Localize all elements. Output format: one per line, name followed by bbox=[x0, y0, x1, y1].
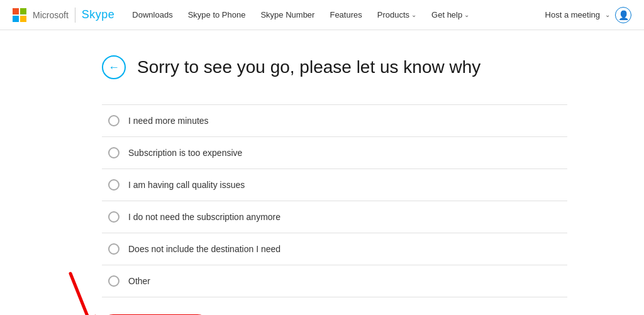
navbar: Microsoft Skype Downloads Skype to Phone… bbox=[0, 0, 644, 30]
nav-divider bbox=[75, 8, 75, 23]
main-content: ← Sorry to see you go, please let us kno… bbox=[52, 30, 592, 315]
nav-skype-number-label: Skype Number bbox=[260, 10, 314, 19]
user-account-icon[interactable]: 👤 bbox=[615, 7, 631, 23]
logo-blue bbox=[13, 16, 19, 22]
nav-right: Host a meeting ⌄ 👤 bbox=[545, 7, 631, 23]
nav-products-label: Products bbox=[377, 10, 409, 19]
radio-opt1[interactable] bbox=[108, 115, 119, 126]
option-label-opt2: Subscription is too expensive bbox=[128, 148, 242, 158]
nav-links: Downloads Skype to Phone Skype Number Fe… bbox=[126, 8, 533, 22]
nav-downloads-label: Downloads bbox=[132, 10, 172, 19]
cancellation-reasons-list: I need more minutes Subscription is too … bbox=[102, 104, 567, 297]
host-meeting-link[interactable]: Host a meeting bbox=[545, 10, 600, 19]
brand-logo-group: Microsoft Skype bbox=[13, 8, 114, 23]
host-meeting-chevron-icon[interactable]: ⌄ bbox=[605, 11, 610, 18]
skype-brand-name: Skype bbox=[82, 8, 115, 21]
option-label-opt4: I do not need the subscription anymore bbox=[128, 212, 280, 222]
option-label-opt6: Other bbox=[128, 276, 150, 286]
nav-skype-to-phone-label: Skype to Phone bbox=[188, 10, 246, 19]
list-item[interactable]: I am having call quality issues bbox=[102, 169, 567, 201]
get-help-chevron-icon: ⌄ bbox=[464, 11, 469, 18]
nav-get-help-label: Get help bbox=[431, 10, 462, 19]
logo-yellow bbox=[20, 16, 26, 22]
nav-skype-to-phone[interactable]: Skype to Phone bbox=[182, 8, 252, 22]
nav-downloads[interactable]: Downloads bbox=[126, 8, 179, 22]
option-label-opt3: I am having call quality issues bbox=[128, 180, 245, 190]
nav-products[interactable]: Products ⌄ bbox=[371, 8, 423, 22]
microsoft-text: Microsoft bbox=[33, 10, 69, 20]
products-chevron-icon: ⌄ bbox=[411, 11, 416, 18]
list-item[interactable]: Subscription is too expensive bbox=[102, 137, 567, 169]
option-label-opt5: Does not include the destination I need bbox=[128, 244, 280, 254]
svg-line-0 bbox=[70, 274, 89, 315]
nav-skype-number[interactable]: Skype Number bbox=[254, 8, 321, 22]
nav-features-label: Features bbox=[330, 10, 362, 19]
list-item[interactable]: I do not need the subscription anymore bbox=[102, 201, 567, 233]
page-title: Sorry to see you go, please let us know … bbox=[137, 57, 480, 77]
list-item[interactable]: Does not include the destination I need bbox=[102, 233, 567, 265]
list-item[interactable]: Other bbox=[102, 265, 567, 297]
page-header: ← Sorry to see you go, please let us kno… bbox=[102, 55, 567, 79]
radio-opt4[interactable] bbox=[108, 211, 119, 223]
nav-features[interactable]: Features bbox=[323, 8, 368, 22]
radio-opt5[interactable] bbox=[108, 243, 119, 255]
nav-get-help[interactable]: Get help ⌄ bbox=[425, 8, 475, 22]
logo-green bbox=[20, 8, 26, 14]
microsoft-logo bbox=[13, 8, 26, 22]
radio-opt2[interactable] bbox=[108, 147, 119, 158]
logo-red bbox=[13, 8, 19, 14]
option-label-opt1: I need more minutes bbox=[128, 116, 209, 126]
radio-opt6[interactable] bbox=[108, 275, 119, 287]
list-item[interactable]: I need more minutes bbox=[102, 105, 567, 137]
radio-opt3[interactable] bbox=[108, 179, 119, 191]
back-button[interactable]: ← bbox=[102, 55, 126, 79]
